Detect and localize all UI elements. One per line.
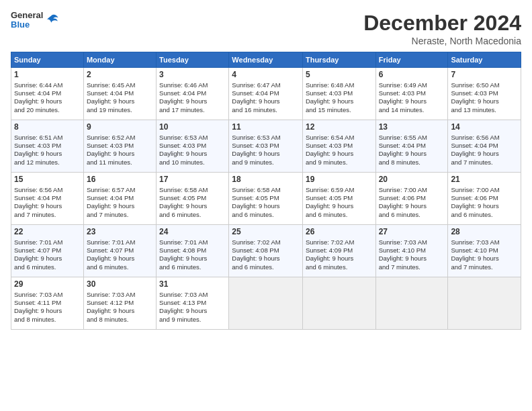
calendar-cell: 8Sunrise: 6:51 AMSunset: 4:03 PMDaylight… <box>11 120 84 173</box>
day-info-line: and 6 minutes. <box>306 211 373 219</box>
day-number: 31 <box>159 279 226 290</box>
day-info-line: and 12 minutes. <box>14 158 81 167</box>
day-info-line: Sunrise: 6:44 AM <box>14 81 81 89</box>
calendar-cell: 5Sunrise: 6:48 AMSunset: 4:03 PMDaylight… <box>302 68 375 120</box>
day-info-line: and 6 minutes. <box>14 263 81 271</box>
day-number: 26 <box>306 227 373 238</box>
day-number: 27 <box>379 227 445 238</box>
day-info-line: Daylight: 9 hours <box>232 150 300 158</box>
header: General Blue December 2024 Neraste, Nort… <box>11 11 521 46</box>
day-info-line: Sunrise: 7:03 AM <box>451 238 518 246</box>
day-info-line: Sunrise: 6:54 AM <box>306 134 373 142</box>
day-info-line: Sunset: 4:03 PM <box>14 142 81 150</box>
calendar-week-row: 22Sunrise: 7:01 AMSunset: 4:07 PMDayligh… <box>11 225 521 277</box>
day-info-line: Sunrise: 7:00 AM <box>379 186 445 194</box>
day-number: 4 <box>232 70 300 81</box>
day-info-line: Sunrise: 6:53 AM <box>159 134 226 142</box>
calendar-table: SundayMondayTuesdayWednesdayThursdayFrid… <box>11 52 521 330</box>
calendar-cell: 6Sunrise: 6:49 AMSunset: 4:03 PMDaylight… <box>375 68 448 120</box>
day-number: 18 <box>232 175 300 185</box>
day-info-line: Sunrise: 7:03 AM <box>379 238 445 246</box>
day-info-line: Daylight: 9 hours <box>159 97 226 105</box>
day-number: 24 <box>159 227 226 238</box>
day-info-line: Sunrise: 6:50 AM <box>451 81 518 89</box>
day-info-line: Sunrise: 7:01 AM <box>87 238 153 246</box>
day-number: 22 <box>14 227 81 238</box>
day-info-line: Sunset: 4:05 PM <box>232 194 300 202</box>
calendar-cell: 23Sunrise: 7:01 AMSunset: 4:07 PMDayligh… <box>83 225 156 277</box>
day-info-line: Sunset: 4:05 PM <box>159 194 226 202</box>
calendar-cell: 16Sunrise: 6:57 AMSunset: 4:04 PMDayligh… <box>83 173 156 225</box>
day-number: 21 <box>451 175 518 185</box>
day-info-line: Sunrise: 6:59 AM <box>306 186 373 194</box>
day-number: 8 <box>14 122 81 133</box>
day-info-line: Sunset: 4:04 PM <box>87 194 153 202</box>
day-info-line: Daylight: 9 hours <box>451 97 518 105</box>
day-info-line: Sunset: 4:04 PM <box>87 89 153 97</box>
day-info-line: and 10 minutes. <box>159 158 226 167</box>
calendar-cell: 12Sunrise: 6:54 AMSunset: 4:03 PMDayligh… <box>302 120 375 173</box>
weekday-header-monday: Monday <box>83 52 156 68</box>
day-info-line: Sunrise: 6:53 AM <box>232 134 300 142</box>
day-info-line: Sunrise: 7:01 AM <box>159 238 226 246</box>
day-info-line: Sunrise: 7:03 AM <box>159 291 226 299</box>
day-info-line: Daylight: 9 hours <box>159 307 226 315</box>
day-info-line: and 16 minutes. <box>232 106 300 114</box>
day-info-line: and 19 minutes. <box>87 106 153 114</box>
day-info-line: Sunset: 4:05 PM <box>306 194 373 202</box>
day-info-line: Daylight: 9 hours <box>232 255 300 263</box>
day-info-line: Daylight: 9 hours <box>379 255 445 263</box>
calendar-cell <box>302 277 375 330</box>
day-info-line: Daylight: 9 hours <box>379 202 445 210</box>
day-info-line: Daylight: 9 hours <box>14 97 81 105</box>
day-info-line: Sunrise: 6:49 AM <box>379 81 445 89</box>
calendar-week-row: 1Sunrise: 6:44 AMSunset: 4:04 PMDaylight… <box>11 68 521 120</box>
day-info-line: Sunrise: 6:57 AM <box>87 186 153 194</box>
day-number: 10 <box>159 122 226 133</box>
day-info-line: Sunset: 4:07 PM <box>87 246 153 255</box>
day-info-line: Sunset: 4:09 PM <box>306 246 373 255</box>
day-info-line: Sunrise: 7:00 AM <box>451 186 518 194</box>
calendar-cell: 2Sunrise: 6:45 AMSunset: 4:04 PMDaylight… <box>83 68 156 120</box>
day-info-line: Sunset: 4:10 PM <box>451 246 518 255</box>
location-subtitle: Neraste, North Macedonia <box>363 36 521 46</box>
calendar-week-row: 29Sunrise: 7:03 AMSunset: 4:11 PMDayligh… <box>11 277 521 330</box>
day-number: 15 <box>14 175 81 185</box>
day-number: 11 <box>232 122 300 133</box>
day-number: 5 <box>306 70 373 81</box>
day-info-line: and 6 minutes. <box>451 211 518 219</box>
day-info-line: Daylight: 9 hours <box>379 97 445 105</box>
day-number: 3 <box>159 70 226 81</box>
day-info-line: and 9 minutes. <box>306 158 373 167</box>
day-number: 23 <box>87 227 153 238</box>
day-info-line: Sunrise: 6:58 AM <box>232 186 300 194</box>
day-info-line: Sunrise: 6:56 AM <box>451 134 518 142</box>
calendar-cell: 3Sunrise: 6:46 AMSunset: 4:04 PMDaylight… <box>157 68 229 120</box>
day-info-line: Daylight: 9 hours <box>451 255 518 263</box>
day-info-line: Sunrise: 6:48 AM <box>306 81 373 89</box>
day-info-line: Sunrise: 6:56 AM <box>14 186 81 194</box>
day-number: 16 <box>87 175 153 185</box>
day-info-line: Sunrise: 6:47 AM <box>232 81 300 89</box>
day-info-line: Daylight: 9 hours <box>232 97 300 105</box>
calendar-cell: 14Sunrise: 6:56 AMSunset: 4:04 PMDayligh… <box>448 120 521 173</box>
day-info-line: Sunset: 4:03 PM <box>451 89 518 97</box>
day-info-line: Daylight: 9 hours <box>379 150 445 158</box>
day-info-line: and 6 minutes. <box>232 263 300 271</box>
day-info-line: and 6 minutes. <box>379 211 445 219</box>
logo-bird-icon <box>44 13 59 28</box>
day-number: 28 <box>451 227 518 238</box>
day-info-line: and 7 minutes. <box>87 211 153 219</box>
day-number: 1 <box>14 70 81 81</box>
day-info-line: and 6 minutes. <box>159 211 226 219</box>
day-info-line: and 8 minutes. <box>87 316 153 324</box>
day-info-line: and 7 minutes. <box>14 211 81 219</box>
day-info-line: Daylight: 9 hours <box>159 202 226 210</box>
day-info-line: Daylight: 9 hours <box>14 307 81 315</box>
day-info-line: and 15 minutes. <box>306 106 373 114</box>
day-info-line: Sunset: 4:03 PM <box>232 142 300 150</box>
day-info-line: Daylight: 9 hours <box>306 202 373 210</box>
day-info-line: and 9 minutes. <box>159 316 226 324</box>
day-info-line: Daylight: 9 hours <box>306 150 373 158</box>
day-info-line: Sunset: 4:08 PM <box>232 246 300 255</box>
